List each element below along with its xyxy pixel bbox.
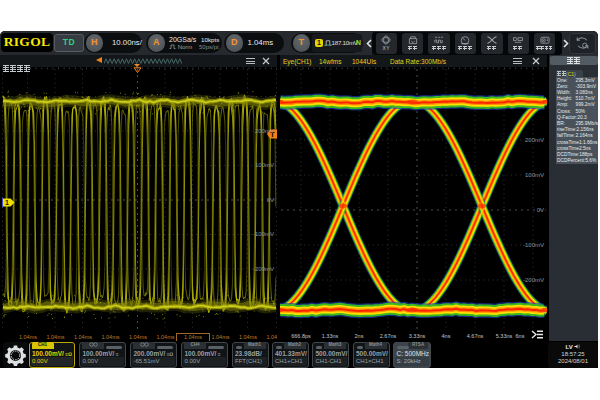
- svg-text:1: 1: [5, 199, 9, 206]
